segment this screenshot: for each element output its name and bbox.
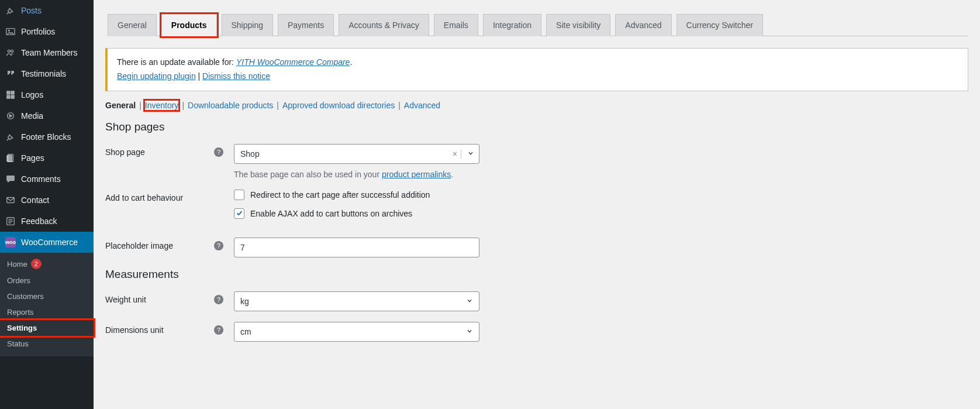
subsection-downloadable[interactable]: Downloadable products [188,101,273,110]
svg-point-3 [11,50,13,52]
subsection-inventory[interactable]: Inventory [145,101,179,110]
sidebar-label: Feedback [21,216,57,226]
sidebar-label: Portfolios [21,27,55,36]
subsection-advanced[interactable]: Advanced [404,101,440,110]
media-icon [5,110,16,122]
sidebar-label: Media [21,111,43,121]
submenu-home[interactable]: Home 2 [0,255,94,273]
dimensions-unit-select[interactable]: cm [234,322,479,342]
product-permalinks-link[interactable]: product permalinks [382,170,451,179]
svg-rect-10 [7,156,12,162]
sidebar-label: Footer Blocks [21,132,71,142]
sidebar-item-testimonials[interactable]: Testimonials [0,63,94,84]
label-text: Shop page [105,147,145,157]
tab-label: Integration [493,20,532,30]
submenu-label: Orders [7,276,30,285]
chevron-down-icon [466,327,473,336]
tab-emails[interactable]: Emails [434,14,478,36]
subsection-approved-dirs[interactable]: Approved download directories [282,101,395,110]
tab-label: Products [171,20,207,30]
placeholder-image-input[interactable] [234,238,479,257]
tab-site-visibility[interactable]: Site visibility [546,14,610,36]
label-placeholder-image: Placeholder image ? [105,238,234,250]
tab-label: Shipping [232,20,264,30]
svg-point-2 [8,50,10,52]
sidebar-item-logos[interactable]: Logos [0,84,94,105]
label-text: Add to cart behaviour [105,193,183,202]
sidebar-item-woocommerce[interactable]: woo WooCommerce [0,232,94,253]
main-content: General Products Shipping Payments Accou… [94,0,980,409]
row-weight-unit: Weight unit ? kg [94,281,980,311]
desc-text: The base page can also be used in your [234,170,382,179]
submenu-label: Customers [7,292,44,301]
subsections: General | Inventory | Downloadable produ… [94,91,980,110]
svg-rect-5 [11,91,14,94]
sidebar-label: Pages [21,153,44,163]
sidebar-submenu: Home 2 Orders Customers Reports Settings… [0,253,94,356]
svg-rect-7 [11,95,14,98]
sidebar-label: Comments [21,174,61,184]
settings-tabs: General Products Shipping Payments Accou… [108,14,968,36]
submenu-status[interactable]: Status [0,336,94,352]
notice-begin-link[interactable]: Begin updating plugin [117,71,196,81]
page-icon [5,152,16,164]
checkbox-redirect-row[interactable]: Redirect to the cart page after successf… [234,190,968,200]
submenu-orders[interactable]: Orders [0,273,94,288]
sidebar-item-portfolios[interactable]: Portfolios [0,21,94,42]
submenu-customers[interactable]: Customers [0,288,94,304]
submenu-reports[interactable]: Reports [0,304,94,320]
help-icon[interactable]: ? [214,147,223,157]
grid-icon [5,89,16,101]
chevron-down-icon [461,149,474,159]
chevron-down-icon [466,297,473,306]
checkbox-label: Enable AJAX add to cart buttons on archi… [250,209,412,218]
svg-rect-6 [7,95,10,98]
row-dimensions-unit: Dimensions unit ? cm [94,311,980,342]
sidebar-item-contact[interactable]: Contact [0,190,94,211]
section-shop-pages: Shop pages [94,110,980,133]
sidebar-item-media[interactable]: Media [0,105,94,126]
sidebar-item-feedback[interactable]: Feedback [0,211,94,232]
tab-accounts-privacy[interactable]: Accounts & Privacy [339,14,429,36]
help-icon[interactable]: ? [214,295,223,304]
notice-text: There is an update available for: [117,57,236,67]
admin-sidebar: Posts Portfolios Team Members Testimonia… [0,0,94,409]
home-badge: 2 [31,259,42,269]
tab-label: Currency Switcher [686,20,753,30]
submenu-settings[interactable]: Settings [0,320,94,336]
label-dimensions-unit: Dimensions unit ? [105,322,234,335]
submenu-label: Settings [7,324,37,332]
checkbox-ajax[interactable] [234,208,244,219]
help-icon[interactable]: ? [214,241,223,250]
checkbox-redirect[interactable] [234,190,244,200]
tab-shipping[interactable]: Shipping [222,14,274,36]
tab-general[interactable]: General [108,14,157,36]
checkbox-ajax-row[interactable]: Enable AJAX add to cart buttons on archi… [234,208,968,219]
notice-plugin-link[interactable]: YITH WooCommerce Compare [236,57,350,67]
weight-unit-select[interactable]: kg [234,291,479,311]
sidebar-item-team[interactable]: Team Members [0,42,94,63]
subsection-general[interactable]: General [105,101,136,110]
shop-page-select[interactable]: Shop × [234,144,479,164]
label-text: Placeholder image [105,241,173,250]
label-add-to-cart: Add to cart behaviour [105,190,234,202]
sidebar-item-comments[interactable]: Comments [0,169,94,190]
tab-products[interactable]: Products [161,14,217,36]
select-value: Shop [240,149,449,159]
label-weight-unit: Weight unit ? [105,291,234,304]
label-text: Weight unit [105,295,146,304]
notice-dismiss-link[interactable]: Dismiss this notice [202,71,270,81]
tab-currency-switcher[interactable]: Currency Switcher [677,14,763,36]
sidebar-item-pages[interactable]: Pages [0,147,94,169]
clear-icon[interactable]: × [449,149,461,159]
tab-label: General [118,20,147,30]
sidebar-item-footer-blocks[interactable]: Footer Blocks [0,126,94,147]
svg-rect-4 [7,91,10,94]
tab-advanced[interactable]: Advanced [615,14,671,36]
tab-payments[interactable]: Payments [278,14,334,36]
section-measurements: Measurements [94,257,980,281]
mail-icon [5,194,16,206]
tab-integration[interactable]: Integration [483,14,541,36]
sidebar-item-posts[interactable]: Posts [0,0,94,21]
help-icon[interactable]: ? [214,325,223,335]
